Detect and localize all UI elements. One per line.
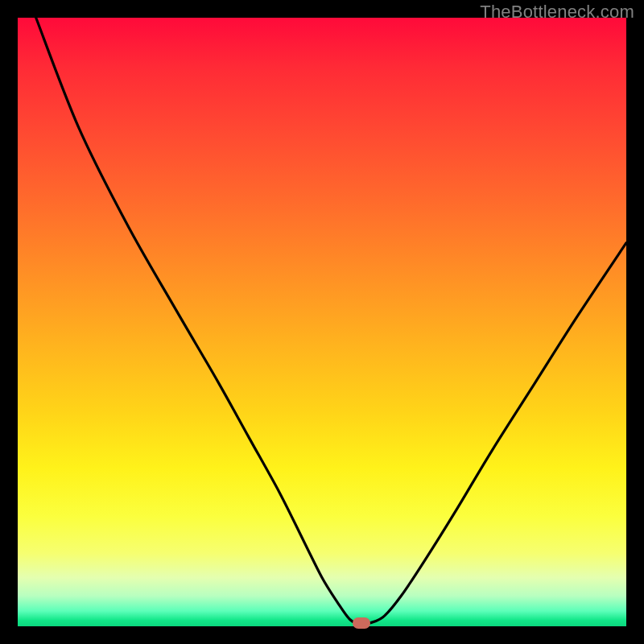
bottleneck-curve bbox=[18, 18, 626, 626]
optimal-marker bbox=[353, 617, 370, 629]
watermark-text: TheBottleneck.com bbox=[480, 2, 634, 23]
chart-frame: TheBottleneck.com bbox=[0, 0, 644, 644]
plot-area bbox=[18, 18, 626, 626]
